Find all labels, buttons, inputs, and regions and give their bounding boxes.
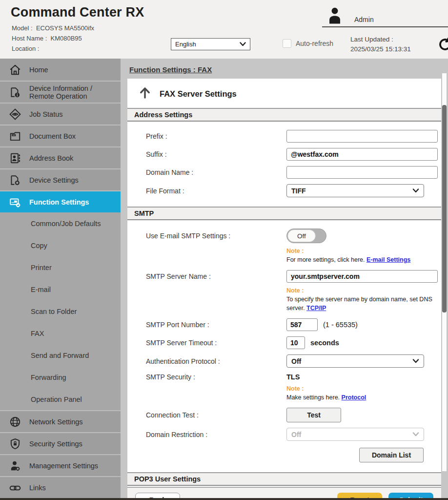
domain-name-row: Domain Name : [146, 166, 441, 179]
management-icon [8, 459, 22, 473]
admin-user[interactable]: Admin [326, 6, 374, 26]
smtp-timeout-label: SMTP Server Timeout : [146, 339, 286, 347]
sidebar-item-label: Links [29, 484, 46, 492]
smtp-server-name-label: SMTP Server Name : [146, 272, 286, 280]
suffix-label: Suffix : [146, 150, 286, 158]
function-settings-submenu: Common/Job Defaults Copy Printer E-mail … [0, 212, 121, 410]
sidebar-item-label: Management Settings [29, 462, 98, 470]
domain-name-label: Domain Name : [146, 168, 286, 176]
sidebar-item-label: Document Box [29, 132, 76, 140]
use-email-smtp-toggle[interactable]: Off [286, 229, 326, 243]
main-content: Function Settings : FAX FAX Server Setti… [121, 59, 448, 500]
device-info: Model : ECOSYS MA5500ifx Host Name : KM0… [12, 23, 94, 54]
tcpip-link[interactable]: TCP/IP [306, 305, 326, 312]
domain-name-input[interactable] [286, 166, 438, 179]
connection-test-label: Connection Test : [146, 411, 286, 419]
sidebar-subitem-copy[interactable]: Copy [0, 234, 121, 256]
prefix-row: Prefix : [146, 130, 441, 143]
smtp-security-label: SMTP Security : [146, 373, 286, 381]
panel-title-row: FAX Server Settings [127, 79, 441, 108]
domain-restriction-label: Domain Restriction : [146, 431, 286, 438]
sidebar-subitem-scan-to-folder[interactable]: Scan to Folder [0, 300, 121, 322]
smtp-security-row: SMTP Security : TLS [146, 373, 441, 381]
auth-protocol-label: Authentication Protocol : [146, 357, 286, 365]
security-icon [8, 437, 22, 451]
domain-list-row: Domain List [146, 448, 441, 462]
language-select[interactable]: English [171, 38, 250, 50]
domain-list-button[interactable]: Domain List [359, 448, 424, 462]
app-title: Command Center RX [11, 5, 144, 20]
device-info-icon [8, 85, 22, 99]
smtp-server-name-input[interactable] [286, 270, 438, 283]
sidebar: Home Device Information /Remote Operatio… [0, 59, 121, 500]
domain-restriction-select[interactable]: Off [286, 428, 424, 441]
smtp-timeout-input[interactable] [286, 336, 305, 349]
smtp-timeout-unit: seconds [310, 339, 339, 347]
sidebar-subitem-send-and-forward[interactable]: Send and Forward [0, 344, 121, 366]
smtp-rows: Use E-mail SMTP Settings : Off Note : Fo… [127, 220, 441, 472]
sidebar-item-home[interactable]: Home [0, 59, 121, 81]
breadcrumb[interactable]: Function Settings : FAX [129, 65, 212, 74]
prefix-input[interactable] [286, 130, 438, 143]
smtp-timeout-row: SMTP Server Timeout : seconds [146, 336, 441, 349]
divider [322, 26, 448, 27]
network-icon [8, 415, 22, 429]
use-email-smtp-label: Use E-mail SMTP Settings : [146, 232, 286, 240]
toggle-knob: Off [287, 229, 316, 242]
chevron-down-icon [412, 188, 419, 193]
sidebar-item-links[interactable]: Links [0, 476, 121, 498]
sidebar-subitem-common-job-defaults[interactable]: Common/Job Defaults [0, 212, 121, 234]
auto-refresh-row: Auto-refresh [283, 39, 333, 48]
sidebar-subitem-printer[interactable]: Printer [0, 256, 121, 278]
note-email-settings: Note : For more settings, click here. E-… [286, 247, 443, 264]
email-settings-link[interactable]: E-mail Settings [367, 256, 410, 263]
sidebar-item-label: Device Settings [29, 176, 79, 184]
sidebar-subitem-forwarding[interactable]: Forwarding [0, 366, 121, 388]
protocol-link[interactable]: Protocol [342, 394, 367, 401]
sidebar-item-label: Function Settings [29, 198, 89, 206]
auto-refresh-label: Auto-refresh [296, 40, 333, 47]
test-button[interactable]: Test [286, 408, 341, 422]
sidebar-item-security-settings[interactable]: Security Settings [0, 432, 121, 454]
suffix-input[interactable] [286, 148, 438, 161]
chevron-down-icon [240, 42, 246, 46]
use-email-smtp-row: Use E-mail SMTP Settings : Off [146, 229, 441, 243]
sidebar-item-job-status[interactable]: Job Status [0, 103, 121, 125]
sidebar-item-device-settings[interactable]: Device Settings [0, 168, 121, 190]
address-book-icon [8, 151, 22, 165]
auto-refresh-checkbox[interactable] [283, 39, 291, 48]
sidebar-item-device-information[interactable]: Device Information /Remote Operation [0, 81, 121, 103]
smtp-port-row: SMTP Port Number : (1 - 65535) [146, 318, 441, 331]
scrollbar-thumb[interactable] [442, 105, 447, 312]
language-value: English [175, 41, 196, 48]
prefix-label: Prefix : [146, 132, 286, 140]
sidebar-item-address-book[interactable]: Address Book [0, 146, 121, 168]
sidebar-item-label: Network Settings [29, 418, 83, 426]
sidebar-item-network-settings[interactable]: Network Settings [0, 410, 121, 432]
suffix-row: Suffix : [146, 148, 441, 161]
sidebar-subitem-email[interactable]: E-mail [0, 278, 121, 300]
sidebar-item-function-settings[interactable]: Function Settings [0, 190, 121, 212]
refresh-icon[interactable] [438, 37, 448, 54]
user-icon [326, 6, 344, 26]
up-arrow-icon[interactable] [138, 86, 152, 102]
domain-restriction-row: Domain Restriction : Off [146, 428, 441, 441]
file-format-select[interactable]: TIFF [286, 184, 424, 197]
section-pop3-user-settings: POP3 User Settings [127, 472, 441, 486]
smtp-port-input[interactable] [286, 318, 318, 331]
smtp-port-label: SMTP Port Number : [146, 321, 286, 329]
sidebar-item-document-box[interactable]: Document Box [0, 125, 121, 146]
sidebar-item-management-settings[interactable]: Management Settings [0, 454, 121, 476]
section-address-settings: Address Settings [127, 108, 441, 122]
home-icon [8, 63, 22, 77]
page-title: FAX Server Settings [160, 89, 237, 99]
sidebar-item-label: Device Information /Remote Operation [29, 84, 92, 100]
sidebar-subitem-fax[interactable]: FAX [0, 322, 121, 344]
header: Command Center RX Model : ECOSYS MA5500i… [0, 0, 448, 59]
fax-server-settings-panel: FAX Server Settings Address Settings Pre… [127, 79, 441, 500]
sidebar-subitem-operation-panel[interactable]: Operation Panel [0, 388, 121, 410]
links-icon [8, 481, 22, 495]
auth-protocol-select[interactable]: Off [286, 354, 424, 368]
section-smtp: SMTP [127, 207, 441, 220]
user-name: Admin [354, 9, 374, 23]
